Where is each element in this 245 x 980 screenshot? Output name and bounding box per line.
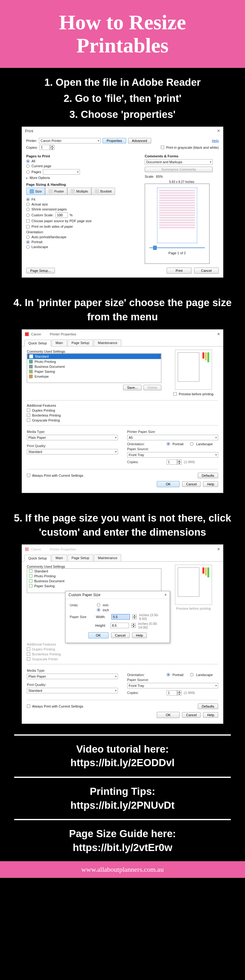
header-line2: Printables: [6, 34, 239, 57]
print-preview: Page 1 of 2: [145, 184, 210, 264]
pp2-help-button[interactable]: Help: [203, 712, 218, 718]
defaults-button2[interactable]: Defaults: [198, 703, 218, 709]
settings-listbox[interactable]: Standard Photo Printing Business Documen…: [27, 353, 161, 383]
duplex-checkbox[interactable]: [27, 409, 30, 412]
printer-select[interactable]: Canon Printer: [39, 138, 100, 143]
choose-source-checkbox[interactable]: [26, 220, 30, 223]
step-5-section: 5. If the page size you want is not ther…: [0, 504, 245, 734]
grayscale-checkbox[interactable]: [161, 146, 164, 149]
radio-shrink[interactable]: [26, 208, 30, 211]
save-button[interactable]: Save...: [123, 385, 142, 390]
tab-main2[interactable]: Main: [51, 555, 67, 561]
advanced-button[interactable]: Advanced: [128, 138, 151, 143]
close-icon[interactable]: ×: [164, 593, 167, 597]
tab-multiple[interactable]: Multiple: [67, 188, 91, 195]
tab-quick-setup[interactable]: Quick Setup: [24, 340, 51, 347]
always-checkbox[interactable]: [27, 474, 30, 477]
radio-mm[interactable]: [97, 603, 100, 607]
source-select2[interactable]: Front Tray: [127, 683, 218, 689]
print-button[interactable]: Print: [167, 267, 192, 274]
properties-button[interactable]: Properties: [102, 138, 126, 143]
pp-copies-spinner[interactable]: 1▲▼: [167, 460, 181, 465]
pp2-radio-portrait[interactable]: [167, 673, 170, 676]
close-icon[interactable]: ×: [217, 331, 220, 337]
sizing-section-title: Page Sizing & Handling: [26, 183, 138, 186]
paper-size-select[interactable]: A5: [127, 435, 218, 440]
pp-vendor-icon: [25, 332, 29, 336]
tab-page-setup[interactable]: Page Setup: [68, 339, 94, 346]
radio-portrait[interactable]: [26, 240, 30, 244]
width-input[interactable]: [111, 614, 130, 620]
copies-spinner[interactable]: 1 ▲▼: [40, 145, 54, 150]
scale-value: 65%: [156, 175, 163, 178]
grayscale-pp-checkbox[interactable]: [27, 418, 30, 422]
radio-custom-scale[interactable]: [26, 213, 30, 217]
close-icon[interactable]: ×: [217, 546, 220, 552]
radio-fit[interactable]: [26, 198, 30, 201]
tab-quick-setup2[interactable]: Quick Setup: [24, 555, 51, 562]
settings-listbox2[interactable]: Standard Photo Printing Business Documen…: [27, 568, 161, 593]
printer-properties-dialog: Canon Printer Properties × Quick Setup M…: [22, 329, 223, 493]
radio-pages[interactable]: [26, 170, 30, 174]
pp-title-text: Printer Properties: [50, 332, 76, 336]
footer-bar: www.allaboutplanners.com.au: [0, 861, 245, 878]
custom-paper-popup: Custom Paper Size × Units: mm inch Paper…: [65, 591, 170, 643]
pp2-radio-landscape[interactable]: [190, 673, 194, 676]
tab-size[interactable]: Size: [26, 188, 45, 195]
guide-url[interactable]: https://bit.ly/2vtEr0w: [9, 841, 236, 855]
help-link[interactable]: Help: [212, 139, 219, 143]
tab-main[interactable]: Main: [51, 339, 67, 346]
delete-button[interactable]: Delete: [143, 385, 161, 390]
pp-radio-landscape[interactable]: [190, 442, 194, 445]
media-select[interactable]: Plain Paper: [27, 435, 118, 440]
pp2-copies-spinner[interactable]: 1▲▼: [167, 690, 181, 695]
radio-all[interactable]: [26, 159, 30, 163]
media-select2[interactable]: Plain Paper: [27, 674, 118, 679]
tab-booklet[interactable]: Booklet: [91, 188, 115, 195]
commonly-label2: Commonly Used Settings: [27, 565, 161, 568]
custom-scale-input[interactable]: [56, 212, 68, 218]
more-options[interactable]: More Options: [30, 176, 50, 180]
always-checkbox2[interactable]: [27, 705, 30, 708]
height-input[interactable]: [110, 623, 129, 628]
cancel-button[interactable]: Cancel: [194, 267, 219, 274]
radio-current[interactable]: [26, 164, 30, 168]
both-sides-checkbox[interactable]: [26, 225, 30, 228]
preview-checkbox[interactable]: [173, 392, 177, 396]
pages-input[interactable]: [43, 169, 80, 175]
radio-landscape[interactable]: [26, 245, 30, 249]
tips-url[interactable]: https://bit.ly/2PNUvDt: [9, 799, 236, 813]
summarize-button[interactable]: Summarize Comments: [145, 167, 213, 172]
footer-url[interactable]: www.allaboutplanners.com.au: [0, 861, 245, 878]
step-4: 4. In 'printer paper size' choose the pa…: [9, 296, 236, 324]
quality-select2[interactable]: Standard: [27, 688, 118, 694]
tab-maintenance[interactable]: Maintenance: [94, 339, 121, 346]
video-url[interactable]: https://bit.ly/2EODDvl: [9, 756, 236, 770]
radio-inch[interactable]: [97, 608, 100, 612]
comments-select[interactable]: Document and Markups: [145, 159, 213, 165]
page-counter: Page 1 of 2: [169, 251, 186, 255]
ok-button[interactable]: OK: [157, 481, 180, 487]
pp-vendor2: Canon: [31, 547, 41, 551]
tab-maintenance2[interactable]: Maintenance: [94, 555, 121, 561]
pp-cancel-button[interactable]: Cancel: [182, 481, 200, 487]
page-setup-button[interactable]: Page Setup...: [26, 268, 55, 274]
defaults-button[interactable]: Defaults: [198, 473, 218, 478]
pp2-cancel-button[interactable]: Cancel: [182, 712, 200, 718]
step-5: 5. If the page size you want is not ther…: [9, 511, 236, 539]
tab-page-setup2[interactable]: Page Setup: [68, 555, 94, 561]
tab-poster[interactable]: Poster: [45, 188, 67, 195]
radio-actual[interactable]: [26, 203, 30, 206]
radio-auto-orient[interactable]: [26, 235, 30, 239]
source-select[interactable]: Front Tray: [127, 452, 218, 458]
pp-help-button[interactable]: Help: [203, 481, 218, 487]
quality-select[interactable]: Standard: [27, 449, 118, 455]
custom-cancel-button[interactable]: Cancel: [111, 633, 130, 638]
pp-radio-portrait[interactable]: [167, 442, 170, 445]
custom-help-button[interactable]: Help: [132, 633, 147, 638]
page-slider[interactable]: [150, 247, 205, 248]
borderless-checkbox[interactable]: [27, 414, 30, 417]
close-icon[interactable]: ×: [217, 128, 220, 134]
custom-ok-button[interactable]: OK: [88, 632, 109, 638]
ok-button2[interactable]: OK: [157, 712, 180, 718]
